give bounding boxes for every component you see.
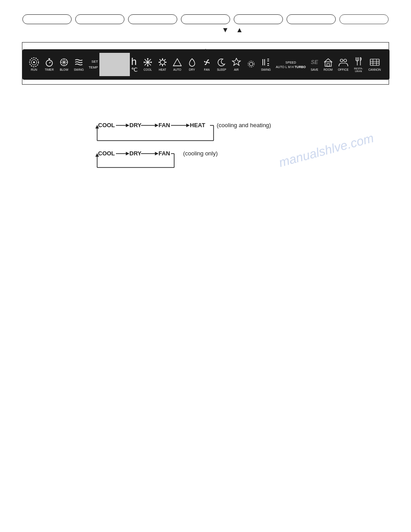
- svg-text:DRY: DRY: [129, 150, 141, 157]
- svg-text:HEAT: HEAT: [190, 122, 205, 129]
- swing-top-lbl-p: SWING: [74, 68, 84, 71]
- auto-icon-p: [172, 57, 182, 67]
- swing-top-icon-p: [74, 57, 84, 67]
- svg-text:FAN: FAN: [158, 122, 170, 129]
- speed-m[interactable]: M: [288, 65, 291, 69]
- timer-lbl-p: TIMER: [45, 68, 54, 71]
- button-4[interactable]: [181, 14, 230, 24]
- office-lbl-p: OFFICE: [338, 68, 349, 71]
- run-icon-p: [29, 57, 39, 67]
- auto-lbl-p: AUTO: [173, 68, 181, 71]
- fan-icon-p: [202, 57, 212, 67]
- restaurant-col[interactable]: RESTA-URAN: [352, 56, 365, 73]
- fan-lbl-p: FAN: [204, 68, 210, 71]
- svg-line-95: [164, 64, 166, 66]
- set-temp-group: SET TEMP h ℃: [89, 53, 138, 76]
- svg-text:(cooling and heating): (cooling and heating): [217, 122, 271, 129]
- arrow-down-button[interactable]: ▼: [222, 26, 229, 34]
- cool-col[interactable]: COOL: [141, 56, 154, 72]
- room-col[interactable]: ROOM: [321, 56, 335, 72]
- svg-line-73: [49, 62, 51, 63]
- arrow-row: ▼ ▲: [22, 26, 389, 34]
- svg-marker-98: [232, 58, 240, 65]
- gear-icon-p: [246, 59, 256, 69]
- sleep-icon-p: [217, 57, 227, 67]
- button-3[interactable]: [128, 14, 177, 24]
- air-icon-p: [231, 57, 241, 67]
- svg-marker-83: [147, 58, 149, 60]
- swing-top-col[interactable]: SWING: [72, 56, 86, 72]
- timer-col[interactable]: TIMER: [43, 56, 56, 72]
- button-5[interactable]: [234, 14, 283, 24]
- cp-display: [99, 53, 130, 76]
- svg-line-92: [159, 60, 161, 61]
- svg-rect-107: [325, 62, 331, 66]
- swing-bot-icon-p: [261, 57, 271, 67]
- h-sym: h: [131, 57, 138, 67]
- run-lbl-p: RUN: [31, 68, 37, 71]
- svg-point-100: [248, 61, 254, 67]
- office-col[interactable]: OFFICE: [336, 56, 351, 72]
- c-sym: ℃: [131, 67, 138, 73]
- svg-point-69: [33, 61, 35, 63]
- heat-col[interactable]: HEAT: [156, 56, 169, 72]
- svg-text:FAN: FAN: [158, 150, 170, 157]
- button-6[interactable]: [287, 14, 336, 24]
- air-col[interactable]: AIR: [230, 56, 243, 72]
- gear-col[interactable]: [244, 58, 258, 71]
- arrow-up-button[interactable]: ▲: [236, 26, 243, 34]
- svg-text:(cooling only): (cooling only): [183, 150, 218, 157]
- speed-h[interactable]: H: [291, 65, 294, 69]
- svg-text:COOL: COOL: [98, 150, 115, 157]
- control-panel-proper: RUN TIMER: [22, 49, 390, 80]
- office-icon-p2: [338, 57, 348, 67]
- timer-icon-p: [44, 57, 54, 67]
- sleep-col[interactable]: SLEEP: [215, 56, 228, 72]
- dry-icon-p: [187, 57, 197, 67]
- speed-lbl: SPEED: [286, 61, 296, 64]
- heat-lbl-p: HEAT: [158, 68, 166, 71]
- speed-auto[interactable]: AUTO: [276, 65, 284, 69]
- svg-marker-96: [173, 59, 181, 66]
- svg-marker-84: [147, 65, 149, 66]
- svg-marker-86: [150, 61, 152, 63]
- auto-col[interactable]: AUTO: [171, 56, 184, 72]
- button-1[interactable]: [22, 14, 72, 24]
- run-col[interactable]: RUN: [27, 56, 41, 72]
- restaurant-lbl-p: RESTA-URAN: [354, 67, 363, 73]
- speed-l[interactable]: L: [285, 65, 287, 69]
- svg-marker-44: [126, 124, 129, 127]
- svg-marker-85: [144, 61, 145, 63]
- blow-lbl-p: BLOW: [60, 68, 68, 71]
- svg-rect-115: [370, 59, 379, 65]
- blow-col[interactable]: BLOW: [57, 56, 71, 72]
- se-icon-p: SE: [311, 57, 318, 67]
- speed-btns: AUTO L M H TURBO: [276, 65, 306, 69]
- cool-lbl-p: COOL: [144, 68, 152, 71]
- svg-point-109: [340, 59, 343, 62]
- cannon-col[interactable]: CANNON: [367, 56, 383, 72]
- heat-icon-p: [158, 57, 167, 67]
- svg-line-94: [159, 64, 161, 66]
- swing-bot-col[interactable]: SWING: [259, 56, 273, 72]
- dry-col[interactable]: DRY: [185, 56, 199, 72]
- svg-marker-59: [126, 152, 129, 155]
- save-lbl-p: SAVE: [311, 68, 318, 71]
- cp-hc: h ℃: [131, 57, 138, 73]
- svg-point-87: [160, 60, 165, 64]
- button-7[interactable]: [339, 14, 389, 24]
- page: ⠿ RUN ⏱ TIMER BLOW SWING: [0, 0, 411, 532]
- svg-marker-61: [155, 152, 158, 155]
- set-text: SET: [89, 60, 98, 64]
- dry-lbl-p: DRY: [189, 68, 195, 71]
- svg-marker-48: [186, 124, 190, 127]
- cool-icon-p: [143, 57, 153, 67]
- room-icon-p2: [323, 57, 333, 67]
- cannon-lbl-p: CANNON: [368, 68, 381, 71]
- restaurant-icon-p2: [354, 56, 364, 66]
- speed-turbo[interactable]: TURBO: [295, 65, 306, 69]
- se-save-col[interactable]: SE SAVE: [309, 56, 320, 72]
- button-2[interactable]: [75, 14, 124, 24]
- fan-col[interactable]: FAN: [200, 56, 214, 72]
- svg-text:DRY: DRY: [129, 122, 141, 129]
